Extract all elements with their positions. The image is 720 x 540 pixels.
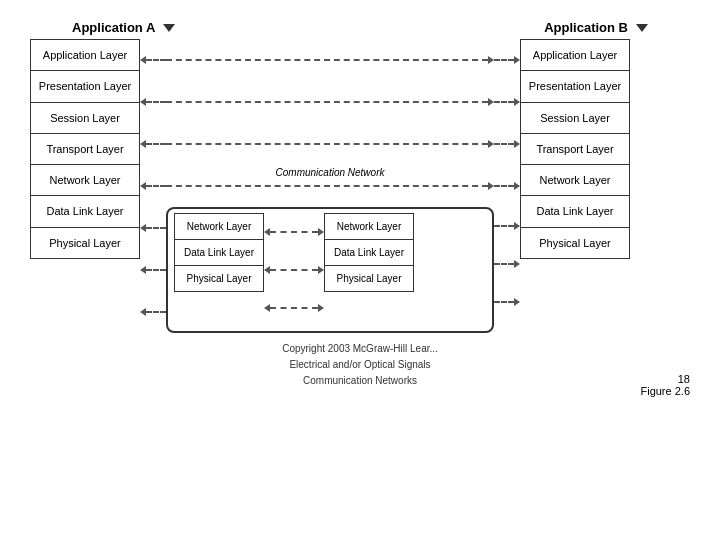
right-arrow-5 xyxy=(494,245,520,283)
right-arrowhead-5 xyxy=(514,260,520,268)
comm-network-box: Network Layer Data Link Layer Physical L… xyxy=(166,207,494,333)
comm-arrowhead-right-2 xyxy=(318,304,324,312)
comm-right-0: Network Layer xyxy=(325,214,413,240)
left-box-6: Physical Layer xyxy=(31,228,139,258)
transport-dashed xyxy=(166,185,488,187)
app-b-label: Application B xyxy=(544,20,648,35)
comm-right-stack: Network Layer Data Link Layer Physical L… xyxy=(324,213,414,292)
right-box-2: Session Layer xyxy=(521,103,629,134)
dashed-2 xyxy=(146,143,166,145)
dashed-4 xyxy=(146,227,166,229)
dashed-6 xyxy=(146,311,166,313)
right-dashed-4 xyxy=(494,225,514,227)
left-arrow-1 xyxy=(140,81,166,123)
comm-mid-dashed-2 xyxy=(270,307,318,309)
full-arrow-row-0 xyxy=(166,39,494,81)
left-arrow-3 xyxy=(140,165,166,207)
right-dashed-0 xyxy=(494,59,514,61)
left-arrow-2 xyxy=(140,123,166,165)
right-arrow-6 xyxy=(494,283,520,321)
comm-middle-arrows xyxy=(264,213,324,327)
left-box-0: Application Layer xyxy=(31,40,139,71)
right-arrows xyxy=(494,39,520,321)
bottom-line1: Copyright 2003 McGraw-Hill Lear... xyxy=(30,341,690,357)
full-dashed-0 xyxy=(166,59,488,61)
comm-mid-dashed-1 xyxy=(270,269,318,271)
comm-right-1: Data Link Layer xyxy=(325,240,413,266)
full-dashed-1 xyxy=(166,101,488,103)
comm-mid-arrow-2 xyxy=(264,289,324,327)
right-stack: Application Layer Presentation Layer Ses… xyxy=(520,39,630,259)
dashed-3 xyxy=(146,185,166,187)
full-arrow-row-2 xyxy=(166,123,494,165)
comm-left-0: Network Layer xyxy=(175,214,263,240)
arrow-down-a xyxy=(163,24,175,32)
dashed-0 xyxy=(146,59,166,61)
comm-mid-dashed-0 xyxy=(270,231,318,233)
middle-section: Communication Network Network Layer Data… xyxy=(166,39,494,333)
figure-label: 18 Figure 2.6 xyxy=(640,373,690,397)
transport-arrow-row: Communication Network xyxy=(166,165,494,207)
left-box-1: Presentation Layer xyxy=(31,71,139,102)
main-container: Application A Application B Application … xyxy=(0,0,720,540)
right-box-1: Presentation Layer xyxy=(521,71,629,102)
comm-mid-arrow-1 xyxy=(264,251,324,289)
comm-mid-arrow-0 xyxy=(264,213,324,251)
right-box-0: Application Layer xyxy=(521,40,629,71)
left-box-2: Session Layer xyxy=(31,103,139,134)
comm-left-1: Data Link Layer xyxy=(175,240,263,266)
right-dashed-2 xyxy=(494,143,514,145)
right-box-3: Transport Layer xyxy=(521,134,629,165)
right-dashed-1 xyxy=(494,101,514,103)
right-arrow-2 xyxy=(494,123,520,165)
bottom-line3: Communication Networks xyxy=(30,373,690,389)
right-arrow-0 xyxy=(494,39,520,81)
bottom-text: Copyright 2003 McGraw-Hill Lear... Elect… xyxy=(30,341,690,389)
right-box-6: Physical Layer xyxy=(521,228,629,258)
right-arrow-3 xyxy=(494,165,520,207)
right-box-4: Network Layer xyxy=(521,165,629,196)
comm-right-2: Physical Layer xyxy=(325,266,413,291)
diagram-body: Application Layer Presentation Layer Ses… xyxy=(30,39,690,333)
right-arrowhead-6 xyxy=(514,298,520,306)
left-arrow-0 xyxy=(140,39,166,81)
app-a-label: Application A xyxy=(72,20,175,35)
comm-network-label-float: Communication Network xyxy=(276,167,385,178)
arrowhead-right-transport xyxy=(488,182,494,190)
right-arrow-4 xyxy=(494,207,520,245)
arrow-down-b xyxy=(636,24,648,32)
left-arrow-5 xyxy=(140,249,166,291)
left-arrow-4 xyxy=(140,207,166,249)
full-dashed-2 xyxy=(166,143,488,145)
left-stack: Application Layer Presentation Layer Ses… xyxy=(30,39,140,259)
dashed-5 xyxy=(146,269,166,271)
full-arrow-row-1 xyxy=(166,81,494,123)
left-arrow-6 xyxy=(140,291,166,333)
dashed-1 xyxy=(146,101,166,103)
left-box-5: Data Link Layer xyxy=(31,196,139,227)
right-arrow-1 xyxy=(494,81,520,123)
right-dashed-5 xyxy=(494,263,514,265)
left-box-3: Transport Layer xyxy=(31,134,139,165)
left-arrows xyxy=(140,39,166,333)
diagram: Application A Application B Application … xyxy=(10,10,710,399)
comm-left-2: Physical Layer xyxy=(175,266,263,291)
left-box-4: Network Layer xyxy=(31,165,139,196)
right-dashed-3 xyxy=(494,185,514,187)
bottom-line2: Electrical and/or Optical Signals xyxy=(30,357,690,373)
right-dashed-6 xyxy=(494,301,514,303)
comm-left-stack: Network Layer Data Link Layer Physical L… xyxy=(174,213,264,292)
comm-inner-layout: Network Layer Data Link Layer Physical L… xyxy=(174,213,486,327)
right-box-5: Data Link Layer xyxy=(521,196,629,227)
